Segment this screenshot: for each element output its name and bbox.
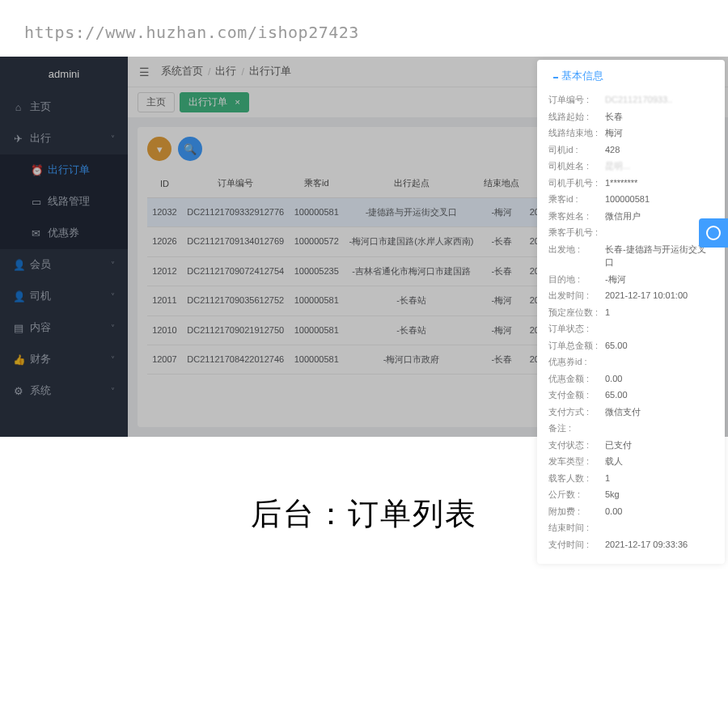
detail-value: 65.00 — [605, 388, 713, 402]
detail-key: 司机姓名 : — [548, 159, 605, 173]
detail-value: 已支付 — [605, 438, 713, 452]
detail-row: 备注 : — [548, 420, 713, 437]
cell-passenger: 100000572 — [290, 227, 344, 256]
crumb-1[interactable]: 出行 — [215, 65, 236, 78]
hamburger-icon[interactable]: ☰ — [139, 66, 150, 78]
cell-start: -梅河口市建国路(水岸人家西南) — [344, 227, 479, 256]
sidebar-item-5[interactable]: 👤会员˅ — [0, 249, 128, 281]
watermark-text: https://www.huzhan.com/ishop27423 — [0, 0, 728, 57]
col-header: 结束地点 — [479, 169, 524, 198]
detail-value: 梅河 — [605, 126, 713, 140]
detail-key: 订单编号 : — [548, 93, 605, 107]
col-header: 订单编号 — [182, 169, 290, 198]
app-container: admini ⌂主页✈出行˅⏰出行订单▭线路管理✉优惠券👤会员˅👤司机˅▤内容˅… — [0, 57, 728, 437]
close-icon[interactable]: × — [235, 97, 240, 107]
tab-label: 出行订单 — [188, 97, 227, 107]
sidebar-item-4[interactable]: ✉优惠券 — [0, 218, 128, 249]
cell-start: -吉林省通化市梅河口市建国路 — [344, 256, 479, 286]
detail-key: 订单总金额 : — [548, 339, 605, 353]
settings-float-button[interactable] — [699, 218, 728, 248]
sidebar-item-8[interactable]: 👍财务˅ — [0, 344, 128, 375]
cell-id: 12026 — [147, 227, 182, 256]
detail-row: 线路结束地 :梅河 — [548, 125, 713, 142]
cell-end: -梅河 — [479, 315, 524, 345]
chevron-icon: ˅ — [111, 387, 115, 396]
detail-key: 支付状态 : — [548, 438, 605, 452]
detail-row: 载客人数 :1 — [548, 470, 713, 487]
search-button[interactable]: 🔍 — [178, 137, 202, 161]
cell-end: -长春 — [479, 345, 524, 374]
detail-row: 支付状态 :已支付 — [548, 437, 713, 454]
cell-passenger: 100000581 — [290, 286, 344, 315]
detail-row: 出发地 :长春-捷德路与开运街交叉口 — [548, 241, 713, 271]
sidebar-logo: admini — [0, 57, 128, 91]
sidebar-item-9[interactable]: ⚙系统˅ — [0, 375, 128, 407]
detail-value: 1 — [605, 306, 713, 320]
sidebar-item-0[interactable]: ⌂主页 — [0, 91, 128, 123]
cell-order: DC21121709134012769 — [182, 227, 290, 256]
detail-key: 备注 : — [548, 421, 605, 435]
detail-row: 乘客姓名 :微信用户 — [548, 208, 713, 225]
sidebar-item-1[interactable]: ✈出行˅ — [0, 123, 128, 154]
sidebar-label: 出行订单 — [48, 163, 90, 177]
detail-row: 公斤数 :5kg — [548, 486, 713, 503]
cell-start: -捷德路与开运街交叉口 — [344, 198, 479, 227]
detail-key: 优惠金额 : — [548, 372, 605, 386]
detail-row: 乘客手机号 : — [548, 224, 713, 241]
sidebar-label: 主页 — [30, 100, 51, 114]
crumb-0[interactable]: 系统首页 — [161, 65, 203, 78]
cell-order: DC21121709035612752 — [182, 286, 290, 315]
sidebar-item-6[interactable]: 👤司机˅ — [0, 281, 128, 312]
detail-value: 微信支付 — [605, 405, 713, 419]
menu-icon: 👤 — [13, 290, 23, 303]
cell-passenger: 100000581 — [290, 315, 344, 345]
menu-icon: 👍 — [13, 353, 23, 366]
cell-end: -长春 — [479, 227, 524, 256]
col-header: 乘客id — [290, 169, 344, 198]
cell-end: -梅河 — [479, 198, 524, 227]
sidebar-label: 会员 — [30, 258, 51, 272]
sidebar-item-3[interactable]: ▭线路管理 — [0, 186, 128, 218]
detail-key: 乘客id : — [548, 193, 605, 206]
sidebar-item-2[interactable]: ⏰出行订单 — [0, 154, 128, 186]
tab-home[interactable]: 主页 — [138, 92, 175, 112]
detail-key: 司机手机号 : — [548, 176, 605, 190]
cell-order: DC21121709021912750 — [182, 315, 290, 345]
detail-key: 结束时间 : — [548, 521, 605, 535]
detail-key: 载客人数 : — [548, 472, 605, 485]
detail-key: 出发地 : — [548, 243, 605, 269]
detail-value — [605, 521, 713, 535]
sidebar-item-7[interactable]: ▤内容˅ — [0, 312, 128, 344]
detail-key: 预定座位数 : — [548, 306, 605, 320]
crumb-2[interactable]: 出行订单 — [249, 65, 291, 78]
sidebar-label: 线路管理 — [48, 195, 90, 209]
detail-key: 支付方式 : — [548, 405, 605, 419]
cell-id: 12032 — [147, 198, 182, 227]
detail-row: 优惠券id : — [548, 353, 713, 370]
sidebar-label: 优惠券 — [48, 226, 79, 240]
detail-value: 0.00 — [605, 372, 713, 386]
detail-row: 司机姓名 :昆明... — [548, 158, 713, 175]
chevron-icon: ˅ — [111, 324, 115, 332]
detail-row: 支付方式 :微信支付 — [548, 404, 713, 421]
menu-icon: 👤 — [13, 259, 23, 271]
detail-key: 司机id : — [548, 143, 605, 157]
tab-active[interactable]: 出行订单 × — [180, 92, 249, 112]
detail-value: 428 — [605, 143, 713, 157]
cell-id: 12011 — [147, 286, 182, 315]
cell-order: DC21121709332912776 — [182, 198, 290, 227]
chevron-icon: ˅ — [111, 134, 115, 143]
detail-value — [605, 226, 713, 239]
menu-icon: ⌂ — [13, 102, 23, 113]
detail-row: 订单编号 :DC2112170933.. — [548, 91, 713, 108]
detail-key: 优惠券id : — [548, 355, 605, 369]
sidebar-label: 内容 — [30, 321, 51, 335]
filter-button[interactable]: ▾ — [147, 137, 171, 161]
detail-key: 出发时间 : — [548, 289, 605, 303]
detail-value: 载人 — [605, 455, 713, 468]
detail-key: 乘客姓名 : — [548, 210, 605, 223]
detail-value: 1******** — [605, 176, 713, 190]
detail-row: 结束时间 : — [548, 519, 713, 536]
crumb-sep: / — [208, 66, 210, 78]
detail-value: 2021-12-17 09:33:36 — [605, 538, 713, 552]
